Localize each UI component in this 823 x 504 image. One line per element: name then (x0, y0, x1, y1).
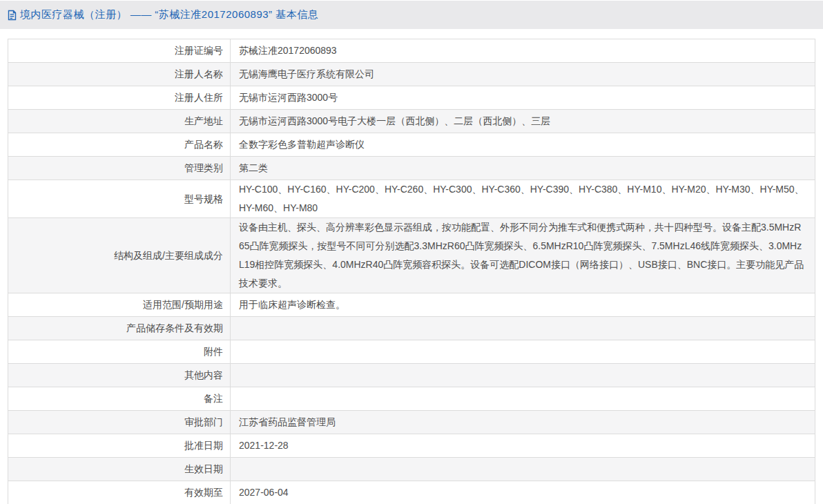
row-label: 批准日期 (8, 434, 231, 458)
row-label: 生产地址 (8, 110, 231, 133)
table-row-effective-date: 生效日期 (8, 458, 815, 481)
registration-info-panel: 注册证编号 苏械注准20172060893 注册人名称 无锡海鹰电子医疗系统有限… (8, 39, 815, 504)
table-row-model-spec: 型号规格 HY-C100、HY-C160、HY-C200、HY-C260、HY-… (8, 180, 815, 218)
row-value: 设备由主机、探头、高分辨率彩色显示器组成，按功能配置、外形不同分为推车式和便携式… (231, 218, 815, 293)
table-row-approval-date: 批准日期 2021-12-28 (8, 434, 815, 458)
page-header: 境内医疗器械（注册） —— “苏械注准20172060893” 基本信息 (0, 1, 823, 29)
document-icon (7, 10, 17, 21)
table-row-product-name: 产品名称 全数字彩色多普勒超声诊断仪 (8, 133, 815, 157)
row-value (231, 387, 815, 411)
row-label: 适用范围/预期用途 (8, 293, 231, 317)
row-label: 备注 (8, 387, 231, 411)
row-label: 管理类别 (8, 157, 231, 180)
row-label: 型号规格 (8, 180, 231, 218)
table-row-storage-conditions: 产品储存条件及有效期 (8, 317, 815, 340)
row-value: 2027-06-04 (231, 481, 815, 504)
row-label: 附件 (8, 340, 231, 364)
row-value: 无锡市运河西路3000号电子大楼一层（西北侧）、二层（西北侧）、三层 (231, 110, 815, 133)
row-value (231, 317, 815, 340)
table-row-valid-until: 有效期至 2027-06-04 (8, 481, 815, 504)
table-row-registration-number: 注册证编号 苏械注准20172060893 (8, 39, 815, 63)
table-row-other-content: 其他内容 (8, 364, 815, 387)
row-label: 其他内容 (8, 364, 231, 387)
page-title: 境内医疗器械（注册） —— “苏械注准20172060893” 基本信息 (20, 8, 318, 21)
row-label: 有效期至 (8, 481, 231, 504)
table-row-attachments: 附件 (8, 340, 815, 364)
row-value: 用于临床超声诊断检查。 (231, 293, 815, 317)
row-value: 第二类 (231, 157, 815, 180)
table-row-production-address: 生产地址 无锡市运河西路3000号电子大楼一层（西北侧）、二层（西北侧）、三层 (8, 110, 815, 133)
table-row-registrant-address: 注册人住所 无锡市运河西路3000号 (8, 86, 815, 110)
row-label: 注册人名称 (8, 63, 231, 86)
row-value (231, 458, 815, 481)
row-label: 审批部门 (8, 411, 231, 434)
row-label: 生效日期 (8, 458, 231, 481)
row-label: 注册证编号 (8, 39, 231, 63)
table-row-approval-department: 审批部门 江苏省药品监督管理局 (8, 411, 815, 434)
row-label: 产品储存条件及有效期 (8, 317, 231, 340)
row-value: 无锡海鹰电子医疗系统有限公司 (231, 63, 815, 86)
registration-info-table: 注册证编号 苏械注准20172060893 注册人名称 无锡海鹰电子医疗系统有限… (8, 39, 815, 504)
row-value: 江苏省药品监督管理局 (231, 411, 815, 434)
row-value: 苏械注准20172060893 (231, 39, 815, 63)
row-value: HY-C100、HY-C160、HY-C200、HY-C260、HY-C300、… (231, 180, 815, 218)
row-label: 产品名称 (8, 133, 231, 157)
row-value (231, 340, 815, 364)
row-value: 无锡市运河西路3000号 (231, 86, 815, 110)
table-row-management-category: 管理类别 第二类 (8, 157, 815, 180)
row-value: 全数字彩色多普勒超声诊断仪 (231, 133, 815, 157)
row-label: 注册人住所 (8, 86, 231, 110)
table-row-intended-use: 适用范围/预期用途 用于临床超声诊断检查。 (8, 293, 815, 317)
row-value (231, 364, 815, 387)
table-row-registrant-name: 注册人名称 无锡海鹰电子医疗系统有限公司 (8, 63, 815, 86)
table-row-structure-composition: 结构及组成/主要组成成分 设备由主机、探头、高分辨率彩色显示器组成，按功能配置、… (8, 218, 815, 293)
row-label: 结构及组成/主要组成成分 (8, 218, 231, 293)
row-value: 2021-12-28 (231, 434, 815, 458)
table-row-remarks: 备注 (8, 387, 815, 411)
